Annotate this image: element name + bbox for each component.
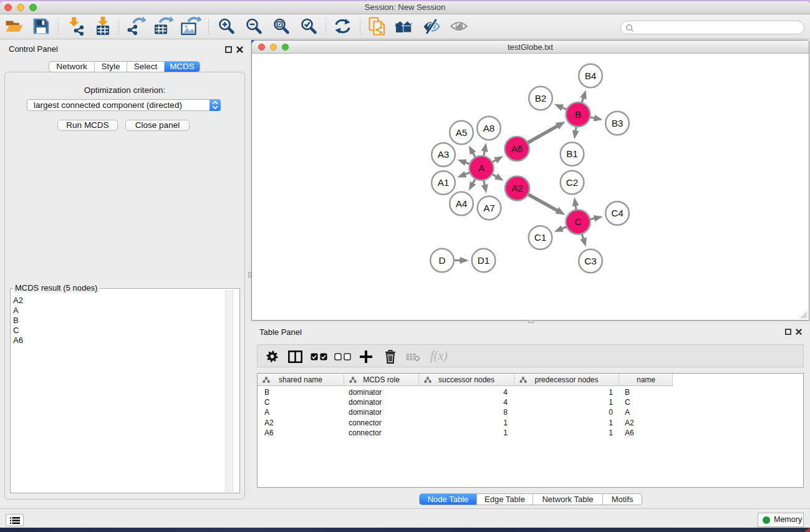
svg-text:A5: A5 [456,127,468,137]
svg-text:B: B [575,109,581,119]
svg-text:D: D [438,254,445,265]
svg-text:C1: C1 [534,232,547,243]
svg-text:A: A [478,162,485,173]
svg-text:A7: A7 [483,202,495,213]
svg-text:C: C [574,216,581,227]
svg-text:A6: A6 [511,143,523,153]
svg-text:C2: C2 [566,177,579,187]
svg-text:C3: C3 [584,255,597,266]
svg-text:B1: B1 [566,148,578,159]
svg-text:B3: B3 [612,117,624,128]
svg-text:A4: A4 [456,198,468,208]
svg-text:A1: A1 [438,177,450,188]
svg-text:A2: A2 [511,183,523,193]
svg-text:B4: B4 [585,70,597,80]
svg-text:A8: A8 [483,122,495,133]
svg-text:A3: A3 [438,149,450,160]
svg-text:B2: B2 [535,92,547,103]
svg-text:D1: D1 [478,254,490,265]
svg-text:C4: C4 [611,208,624,218]
